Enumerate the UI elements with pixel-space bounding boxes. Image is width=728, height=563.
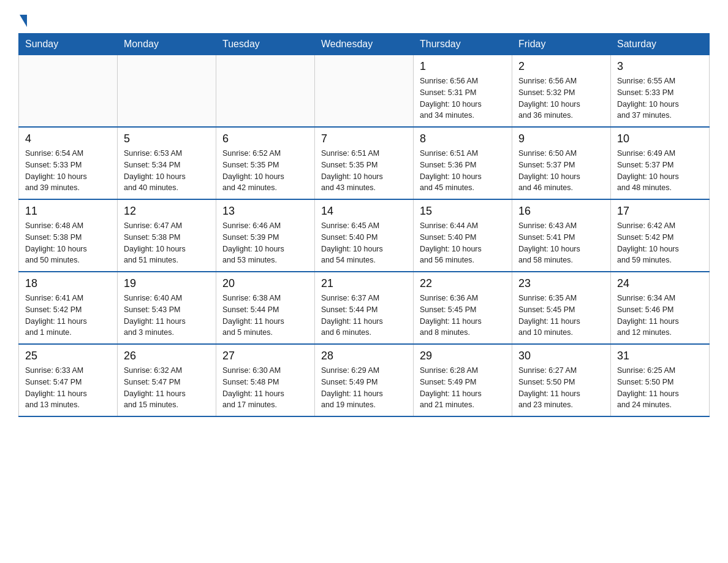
calendar-cell: 12Sunrise: 6:47 AM Sunset: 5:38 PM Dayli… xyxy=(118,199,216,272)
day-number: 26 xyxy=(124,350,210,362)
calendar-cell: 24Sunrise: 6:34 AM Sunset: 5:46 PM Dayli… xyxy=(611,272,710,344)
calendar-cell: 22Sunrise: 6:36 AM Sunset: 5:45 PM Dayli… xyxy=(414,272,512,344)
page-header xyxy=(18,12,710,27)
day-info: Sunrise: 6:38 AM Sunset: 5:44 PM Dayligh… xyxy=(222,293,308,339)
day-info: Sunrise: 6:29 AM Sunset: 5:49 PM Dayligh… xyxy=(321,365,407,411)
day-number: 12 xyxy=(124,205,210,218)
day-number: 27 xyxy=(222,350,308,362)
day-number: 15 xyxy=(420,205,506,218)
logo-triangle-icon xyxy=(20,15,27,27)
weekday-header-thursday: Thursday xyxy=(414,34,512,55)
calendar-cell: 25Sunrise: 6:33 AM Sunset: 5:47 PM Dayli… xyxy=(19,344,118,416)
calendar-week-row: 4Sunrise: 6:54 AM Sunset: 5:33 PM Daylig… xyxy=(19,127,710,199)
day-number: 20 xyxy=(222,277,308,290)
calendar-cell: 10Sunrise: 6:49 AM Sunset: 5:37 PM Dayli… xyxy=(611,127,710,199)
calendar-cell: 21Sunrise: 6:37 AM Sunset: 5:44 PM Dayli… xyxy=(315,272,414,344)
day-number: 11 xyxy=(25,205,111,218)
day-info: Sunrise: 6:56 AM Sunset: 5:31 PM Dayligh… xyxy=(420,75,506,121)
day-info: Sunrise: 6:52 AM Sunset: 5:35 PM Dayligh… xyxy=(222,148,308,194)
calendar-cell: 18Sunrise: 6:41 AM Sunset: 5:42 PM Dayli… xyxy=(19,272,118,344)
day-number: 28 xyxy=(321,350,407,362)
day-info: Sunrise: 6:35 AM Sunset: 5:45 PM Dayligh… xyxy=(518,293,604,339)
calendar-cell: 29Sunrise: 6:28 AM Sunset: 5:49 PM Dayli… xyxy=(414,344,512,416)
calendar-cell: 20Sunrise: 6:38 AM Sunset: 5:44 PM Dayli… xyxy=(216,272,315,344)
calendar-cell xyxy=(216,55,315,128)
day-number: 10 xyxy=(617,132,703,145)
calendar-cell: 13Sunrise: 6:46 AM Sunset: 5:39 PM Dayli… xyxy=(216,199,315,272)
day-info: Sunrise: 6:51 AM Sunset: 5:35 PM Dayligh… xyxy=(321,148,407,194)
day-info: Sunrise: 6:41 AM Sunset: 5:42 PM Dayligh… xyxy=(25,293,111,339)
day-info: Sunrise: 6:50 AM Sunset: 5:37 PM Dayligh… xyxy=(518,148,604,194)
day-number: 6 xyxy=(222,132,308,145)
calendar-cell: 6Sunrise: 6:52 AM Sunset: 5:35 PM Daylig… xyxy=(216,127,315,199)
day-number: 9 xyxy=(518,132,604,145)
calendar-cell: 11Sunrise: 6:48 AM Sunset: 5:38 PM Dayli… xyxy=(19,199,118,272)
weekday-header-sunday: Sunday xyxy=(19,34,118,55)
calendar-cell: 19Sunrise: 6:40 AM Sunset: 5:43 PM Dayli… xyxy=(118,272,216,344)
day-info: Sunrise: 6:54 AM Sunset: 5:33 PM Dayligh… xyxy=(25,148,111,194)
day-info: Sunrise: 6:33 AM Sunset: 5:47 PM Dayligh… xyxy=(25,365,111,411)
calendar-cell: 30Sunrise: 6:27 AM Sunset: 5:50 PM Dayli… xyxy=(512,344,611,416)
calendar-cell: 16Sunrise: 6:43 AM Sunset: 5:41 PM Dayli… xyxy=(512,199,611,272)
day-number: 30 xyxy=(518,350,604,362)
weekday-header-tuesday: Tuesday xyxy=(216,34,315,55)
day-number: 7 xyxy=(321,132,407,145)
calendar-cell: 5Sunrise: 6:53 AM Sunset: 5:34 PM Daylig… xyxy=(118,127,216,199)
calendar-cell: 2Sunrise: 6:56 AM Sunset: 5:32 PM Daylig… xyxy=(512,55,611,128)
day-number: 24 xyxy=(617,277,703,290)
calendar-cell xyxy=(315,55,414,128)
day-number: 1 xyxy=(420,60,506,73)
calendar-cell: 3Sunrise: 6:55 AM Sunset: 5:33 PM Daylig… xyxy=(611,55,710,128)
day-number: 14 xyxy=(321,205,407,218)
day-info: Sunrise: 6:32 AM Sunset: 5:47 PM Dayligh… xyxy=(124,365,210,411)
day-number: 19 xyxy=(124,277,210,290)
day-info: Sunrise: 6:28 AM Sunset: 5:49 PM Dayligh… xyxy=(420,365,506,411)
calendar-cell: 15Sunrise: 6:44 AM Sunset: 5:40 PM Dayli… xyxy=(414,199,512,272)
day-info: Sunrise: 6:55 AM Sunset: 5:33 PM Dayligh… xyxy=(617,75,703,121)
day-info: Sunrise: 6:25 AM Sunset: 5:50 PM Dayligh… xyxy=(617,365,703,411)
day-info: Sunrise: 6:51 AM Sunset: 5:36 PM Dayligh… xyxy=(420,148,506,194)
day-info: Sunrise: 6:45 AM Sunset: 5:40 PM Dayligh… xyxy=(321,220,407,266)
day-info: Sunrise: 6:42 AM Sunset: 5:42 PM Dayligh… xyxy=(617,220,703,266)
day-info: Sunrise: 6:53 AM Sunset: 5:34 PM Dayligh… xyxy=(124,148,210,194)
calendar-cell: 7Sunrise: 6:51 AM Sunset: 5:35 PM Daylig… xyxy=(315,127,414,199)
day-number: 16 xyxy=(518,205,604,218)
day-info: Sunrise: 6:44 AM Sunset: 5:40 PM Dayligh… xyxy=(420,220,506,266)
calendar-cell: 14Sunrise: 6:45 AM Sunset: 5:40 PM Dayli… xyxy=(315,199,414,272)
calendar-cell: 4Sunrise: 6:54 AM Sunset: 5:33 PM Daylig… xyxy=(19,127,118,199)
day-number: 17 xyxy=(617,205,703,218)
day-number: 4 xyxy=(25,132,111,145)
logo xyxy=(18,12,27,27)
calendar-cell: 26Sunrise: 6:32 AM Sunset: 5:47 PM Dayli… xyxy=(118,344,216,416)
calendar-cell: 31Sunrise: 6:25 AM Sunset: 5:50 PM Dayli… xyxy=(611,344,710,416)
weekday-header-monday: Monday xyxy=(118,34,216,55)
calendar-cell: 17Sunrise: 6:42 AM Sunset: 5:42 PM Dayli… xyxy=(611,199,710,272)
calendar-week-row: 1Sunrise: 6:56 AM Sunset: 5:31 PM Daylig… xyxy=(19,55,710,128)
day-number: 2 xyxy=(518,60,604,73)
day-info: Sunrise: 6:56 AM Sunset: 5:32 PM Dayligh… xyxy=(518,75,604,121)
day-info: Sunrise: 6:48 AM Sunset: 5:38 PM Dayligh… xyxy=(25,220,111,266)
calendar-cell xyxy=(19,55,118,128)
day-number: 18 xyxy=(25,277,111,290)
weekday-header-friday: Friday xyxy=(512,34,611,55)
day-info: Sunrise: 6:40 AM Sunset: 5:43 PM Dayligh… xyxy=(124,293,210,339)
day-number: 31 xyxy=(617,350,703,362)
calendar-cell: 28Sunrise: 6:29 AM Sunset: 5:49 PM Dayli… xyxy=(315,344,414,416)
calendar-week-row: 11Sunrise: 6:48 AM Sunset: 5:38 PM Dayli… xyxy=(19,199,710,272)
day-info: Sunrise: 6:34 AM Sunset: 5:46 PM Dayligh… xyxy=(617,293,703,339)
calendar-cell: 9Sunrise: 6:50 AM Sunset: 5:37 PM Daylig… xyxy=(512,127,611,199)
day-info: Sunrise: 6:47 AM Sunset: 5:38 PM Dayligh… xyxy=(124,220,210,266)
weekday-header-wednesday: Wednesday xyxy=(315,34,414,55)
calendar-week-row: 18Sunrise: 6:41 AM Sunset: 5:42 PM Dayli… xyxy=(19,272,710,344)
day-info: Sunrise: 6:36 AM Sunset: 5:45 PM Dayligh… xyxy=(420,293,506,339)
day-info: Sunrise: 6:43 AM Sunset: 5:41 PM Dayligh… xyxy=(518,220,604,266)
day-number: 22 xyxy=(420,277,506,290)
day-info: Sunrise: 6:46 AM Sunset: 5:39 PM Dayligh… xyxy=(222,220,308,266)
calendar-week-row: 25Sunrise: 6:33 AM Sunset: 5:47 PM Dayli… xyxy=(19,344,710,416)
day-info: Sunrise: 6:30 AM Sunset: 5:48 PM Dayligh… xyxy=(222,365,308,411)
day-info: Sunrise: 6:49 AM Sunset: 5:37 PM Dayligh… xyxy=(617,148,703,194)
calendar-cell: 23Sunrise: 6:35 AM Sunset: 5:45 PM Dayli… xyxy=(512,272,611,344)
calendar-cell xyxy=(118,55,216,128)
calendar-cell: 27Sunrise: 6:30 AM Sunset: 5:48 PM Dayli… xyxy=(216,344,315,416)
calendar-cell: 1Sunrise: 6:56 AM Sunset: 5:31 PM Daylig… xyxy=(414,55,512,128)
